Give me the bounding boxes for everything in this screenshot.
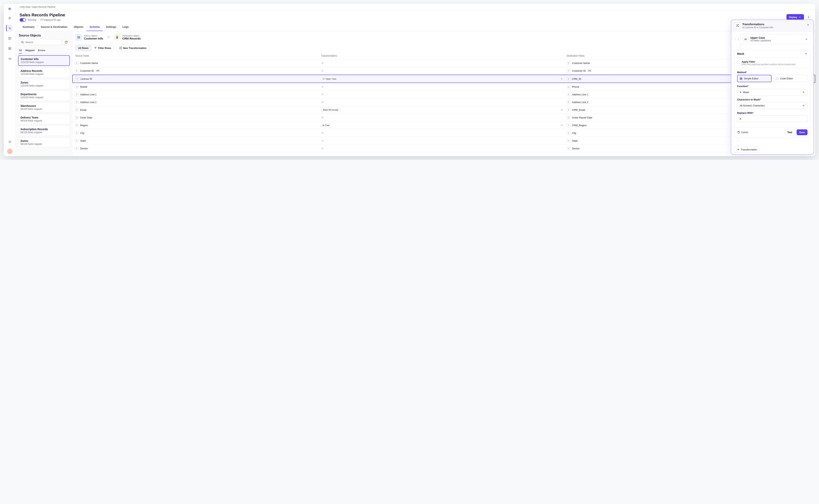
drag-handle-icon[interactable]: ⋮⋮ [734, 38, 740, 41]
source-object-item[interactable]: Departments123/150 fields mapped [18, 91, 70, 101]
svg-rect-1 [9, 47, 10, 48]
function-label: Function* [737, 85, 808, 88]
field-mapping-row[interactable]: TStateTState [72, 137, 815, 145]
deploy-button[interactable]: Deploy [786, 14, 804, 20]
tab-source-destination[interactable]: Source & Destination [38, 23, 71, 31]
source-object-item[interactable]: Warehouses66/108 fields mapped [18, 102, 70, 112]
source-object-item[interactable]: Address Records123/150 fields mapped [18, 67, 70, 77]
field-mapping-row[interactable]: TLicense ID|A|Upper CaseTCRM_ID [72, 75, 815, 83]
save-button[interactable]: Save [797, 129, 808, 135]
apply-filter-checkbox[interactable] [737, 61, 740, 64]
running-toggle[interactable] [20, 18, 26, 22]
field-mapping-row[interactable]: TCityTCity [72, 129, 815, 137]
field-mapping-row[interactable]: ▢Order Date▢Order Placed Date [72, 114, 815, 121]
rail-bolt-icon[interactable] [6, 15, 13, 21]
rail-announce-icon[interactable] [6, 55, 13, 62]
source-object-item[interactable]: Subscription Records66/108 fields mapped [18, 126, 70, 136]
filter-mapped[interactable]: Mapped [25, 47, 35, 54]
test-button[interactable]: Test [785, 129, 795, 135]
field-mapping-row[interactable]: TAddress Line 1TAddress Line 1 [72, 91, 815, 98]
logo: ⎋ [7, 6, 12, 11]
shuffle-icon [734, 23, 740, 29]
field-mapping-row[interactable]: TAddress Line 2TAddress Line 2 [72, 98, 815, 106]
sidebar-title: Source Objects [19, 34, 69, 37]
field-mapping-row[interactable]: TCustomer IDPKTCustomer IDPK [72, 67, 815, 75]
svg-rect-2 [10, 47, 11, 48]
replace-label: Replace With* [737, 112, 808, 114]
svg-rect-0 [9, 37, 11, 39]
plus-icon [737, 148, 740, 151]
nav-rail: ⎋ [4, 4, 16, 156]
svg-rect-4 [10, 49, 11, 50]
main-tabs: SummarySource & DestinationObjectsSchema… [16, 23, 815, 31]
tab-settings[interactable]: Settings [103, 23, 119, 31]
chevron-down-icon [802, 104, 805, 107]
transformation-chip: |a|Cast [321, 123, 331, 127]
transformations-panel: Transformations on License ID in Custome… [731, 20, 814, 155]
method-label: Method* [737, 71, 808, 74]
replace-input[interactable] [737, 115, 808, 122]
trash-icon [737, 131, 740, 134]
transformation-card-uppercase[interactable]: |A| Upper Case All letters capitalised [740, 34, 810, 44]
field-mapping-row[interactable]: TEmailBase 64 encodeTCRM_Email [72, 106, 815, 114]
breadcrumb-current: Sales Records Pipeline [32, 6, 55, 8]
simple-editor-radio[interactable]: Simple Editor [737, 75, 772, 82]
chevron-down-icon [802, 91, 805, 94]
user-avatar[interactable] [7, 149, 12, 154]
source-object-label: Source Object [84, 35, 103, 37]
panel-subtitle: on License ID in Customer Info [742, 26, 773, 29]
more-menu-icon[interactable] [805, 14, 811, 20]
rail-settings-icon[interactable] [6, 138, 13, 145]
field-mapping-row[interactable]: ±1Mobile±1Phone [72, 83, 815, 91]
all-rows-tab[interactable]: All Rows [75, 45, 91, 51]
search-input[interactable] [19, 39, 62, 45]
filter-all[interactable]: All [19, 47, 22, 54]
field-mapping-row[interactable]: TCustomer NameTCustomer Name [72, 59, 815, 67]
breadcrumb-root[interactable]: Unify Data [20, 6, 30, 8]
refresh-button[interactable] [63, 39, 69, 45]
svg-point-6 [808, 16, 809, 16]
shuffle-icon [119, 46, 122, 49]
mask-header[interactable]: Mask [735, 50, 810, 58]
arrow-icon [107, 36, 110, 39]
function-select[interactable]: ✴Mask [737, 89, 808, 96]
rail-layout-icon[interactable] [6, 35, 13, 42]
chevron-down-icon [805, 38, 808, 41]
delete-button[interactable]: Delete [737, 131, 748, 134]
new-transformation-button[interactable]: New Transformation [116, 45, 149, 51]
source-object-name: Customer Info [84, 37, 103, 40]
dest-object-icon [114, 34, 120, 41]
rail-pipeline-icon[interactable] [6, 25, 13, 32]
tab-objects[interactable]: Objects [71, 23, 86, 31]
field-mapping-row[interactable]: TDeviceTDevice [72, 145, 815, 152]
svg-rect-3 [9, 49, 10, 50]
source-object-item[interactable]: Delivery Team66/108 fields mapped [18, 114, 70, 124]
source-object-item[interactable]: Customer Info123/150 fields mapped [18, 55, 70, 66]
search-icon [21, 41, 24, 44]
source-object-item[interactable]: Zones66/108 fields mapped [18, 137, 70, 147]
filter-rows-tab[interactable]: Filter Rows [91, 45, 114, 51]
version-label: V7 Deployed 5h ago [40, 19, 61, 21]
dest-object-name: CRM Records [122, 37, 141, 40]
tab-schema[interactable]: Schema [87, 23, 103, 31]
code-editor-radio[interactable]: Code Editor [773, 75, 808, 82]
add-transformation-button[interactable]: Transformation [734, 146, 760, 153]
close-icon[interactable] [806, 23, 810, 28]
tab-summary[interactable]: Summary [20, 23, 38, 31]
chars-select[interactable]: All Numeric Characters [737, 102, 808, 109]
source-objects-sidebar: Source Objects AllMappedErrors Customer … [16, 31, 72, 156]
source-object-icon [75, 34, 82, 41]
source-object-item[interactable]: Zones123/150 fields mapped [18, 79, 70, 89]
breadcrumb: Unify Data / Sales Records Pipeline [16, 4, 815, 10]
tab-logs[interactable]: Logs [119, 23, 132, 31]
page-title: Sales Records Pipeline [20, 13, 65, 17]
svg-point-8 [808, 18, 809, 18]
running-label: Running [28, 19, 36, 21]
rail-grid-icon[interactable] [6, 45, 13, 52]
filter-errors[interactable]: Errors [38, 47, 45, 54]
chevron-up-icon [805, 52, 808, 55]
panel-title: Transformations [742, 23, 773, 26]
transformation-chip: Base 64 encode [321, 108, 340, 112]
mapping-area: Source Object Customer Info Destination … [72, 31, 815, 156]
field-mapping-row[interactable]: TRegion|a|CastTCRM_Region [72, 121, 815, 129]
